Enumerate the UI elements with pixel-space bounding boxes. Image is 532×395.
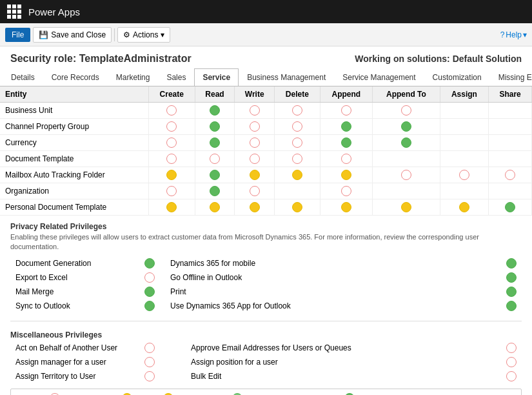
- actions-button[interactable]: ⚙ Actions ▾: [117, 27, 170, 43]
- table-cell-append_to[interactable]: [373, 103, 440, 119]
- table-cell-read[interactable]: [195, 151, 234, 167]
- misc-left-icon[interactable]: [139, 341, 160, 355]
- table-cell-assign[interactable]: [440, 183, 489, 199]
- table-cell-append[interactable]: [320, 151, 373, 167]
- list-item: Assign manager for a userAssign position…: [10, 355, 522, 369]
- table-cell-delete[interactable]: [275, 183, 320, 199]
- table-cell-delete[interactable]: [275, 119, 320, 135]
- col-append-to: Append To: [373, 86, 440, 103]
- help-button[interactable]: ? Help ▾: [500, 30, 527, 39]
- misc-left-icon[interactable]: [139, 355, 160, 369]
- table-cell-create[interactable]: [148, 135, 195, 151]
- priv-left-label: Sync to Outlook: [10, 299, 139, 313]
- table-cell-write[interactable]: [235, 119, 275, 135]
- table-cell-write[interactable]: [235, 151, 275, 167]
- tab-marketing[interactable]: Marketing: [108, 68, 159, 86]
- table-cell-assign[interactable]: [440, 119, 489, 135]
- save-close-button[interactable]: 💾 Save and Close: [33, 27, 112, 43]
- table-cell-append_to[interactable]: [373, 119, 440, 135]
- table-cell-assign[interactable]: [440, 167, 489, 183]
- table-cell-write[interactable]: [235, 183, 275, 199]
- table-cell-create[interactable]: [148, 103, 195, 119]
- table-cell-create[interactable]: [148, 183, 195, 199]
- misc-right-icon[interactable]: [501, 369, 522, 383]
- table-cell-append[interactable]: [320, 183, 373, 199]
- table-cell-delete[interactable]: [275, 167, 320, 183]
- table-cell-entity: Currency: [0, 135, 148, 151]
- table-cell-append_to[interactable]: [373, 151, 440, 167]
- priv-right-icon[interactable]: [501, 270, 522, 285]
- table-cell-append[interactable]: [320, 119, 373, 135]
- table-cell-write[interactable]: [235, 199, 275, 216]
- tab-customization[interactable]: Customization: [424, 68, 490, 86]
- table-cell-append_to[interactable]: [373, 135, 440, 151]
- priv-left-label: Document Generation: [10, 256, 139, 270]
- col-assign: Assign: [440, 86, 489, 103]
- priv-left-icon[interactable]: [139, 270, 160, 285]
- waffle-menu[interactable]: [5, 3, 23, 21]
- table-cell-append_to[interactable]: [373, 183, 440, 199]
- table-cell-append_to[interactable]: [373, 167, 440, 183]
- entity-table-container: Entity Create Read Write Delete Append A…: [0, 86, 532, 216]
- table-cell-share[interactable]: [489, 119, 532, 135]
- priv-right-icon[interactable]: [501, 256, 522, 270]
- col-delete: Delete: [275, 86, 320, 103]
- table-cell-assign[interactable]: [440, 135, 489, 151]
- table-cell-append[interactable]: [320, 199, 373, 216]
- table-cell-share[interactable]: [489, 151, 532, 167]
- table-cell-create[interactable]: [148, 151, 195, 167]
- table-cell-append_to[interactable]: [373, 199, 440, 216]
- tab-sales[interactable]: Sales: [158, 68, 194, 86]
- tab-details[interactable]: Details: [3, 68, 43, 86]
- toolbar: File 💾 Save and Close ⚙ Actions ▾ ? Help…: [0, 23, 532, 46]
- table-cell-delete[interactable]: [275, 151, 320, 167]
- priv-left-icon[interactable]: [139, 256, 160, 270]
- priv-right-label: Go Offline in Outlook: [160, 270, 501, 285]
- table-cell-delete[interactable]: [275, 103, 320, 119]
- table-cell-append[interactable]: [320, 167, 373, 183]
- tab-core-records[interactable]: Core Records: [43, 68, 108, 86]
- save-icon: 💾: [39, 30, 48, 39]
- table-cell-read[interactable]: [195, 135, 234, 151]
- misc-right-icon[interactable]: [501, 341, 522, 355]
- tab-service[interactable]: Service: [194, 68, 239, 86]
- table-cell-append[interactable]: [320, 103, 373, 119]
- table-cell-delete[interactable]: [275, 135, 320, 151]
- file-button[interactable]: File: [5, 28, 30, 42]
- table-cell-share[interactable]: [489, 183, 532, 199]
- table-cell-write[interactable]: [235, 135, 275, 151]
- misc-right-icon[interactable]: [501, 355, 522, 369]
- table-row: Channel Property Group: [0, 119, 532, 135]
- tab-business-management[interactable]: Business Management: [239, 68, 334, 86]
- table-cell-entity: Mailbox Auto Tracking Folder: [0, 167, 148, 183]
- list-item: Document GenerationDynamics 365 for mobi…: [10, 256, 522, 270]
- table-cell-create[interactable]: [148, 119, 195, 135]
- table-cell-share[interactable]: [489, 103, 532, 119]
- table-cell-create[interactable]: [148, 199, 195, 216]
- table-cell-read[interactable]: [195, 103, 234, 119]
- table-cell-share[interactable]: [489, 199, 532, 216]
- table-cell-write[interactable]: [235, 103, 275, 119]
- table-cell-read[interactable]: [195, 199, 234, 216]
- table-cell-assign[interactable]: [440, 103, 489, 119]
- table-cell-create[interactable]: [148, 167, 195, 183]
- misc-left-icon[interactable]: [139, 369, 160, 383]
- table-cell-read[interactable]: [195, 119, 234, 135]
- tab-missing-entities[interactable]: Missing Entities: [490, 68, 532, 86]
- table-cell-share[interactable]: [489, 167, 532, 183]
- table-cell-read[interactable]: [195, 183, 234, 199]
- table-cell-delete[interactable]: [275, 199, 320, 216]
- table-cell-append[interactable]: [320, 135, 373, 151]
- tab-service-management[interactable]: Service Management: [334, 68, 424, 86]
- table-cell-assign[interactable]: [440, 151, 489, 167]
- priv-left-icon[interactable]: [139, 285, 160, 299]
- table-cell-share[interactable]: [489, 135, 532, 151]
- privacy-desc: Enabling these privileges will allow use…: [10, 232, 522, 252]
- table-cell-read[interactable]: [195, 167, 234, 183]
- table-cell-write[interactable]: [235, 167, 275, 183]
- priv-left-icon[interactable]: [139, 299, 160, 313]
- priv-right-icon[interactable]: [501, 285, 522, 299]
- table-cell-assign[interactable]: [440, 199, 489, 216]
- key-bar: Key None Selected User Business Unit Par…: [10, 389, 522, 395]
- priv-right-icon[interactable]: [501, 299, 522, 313]
